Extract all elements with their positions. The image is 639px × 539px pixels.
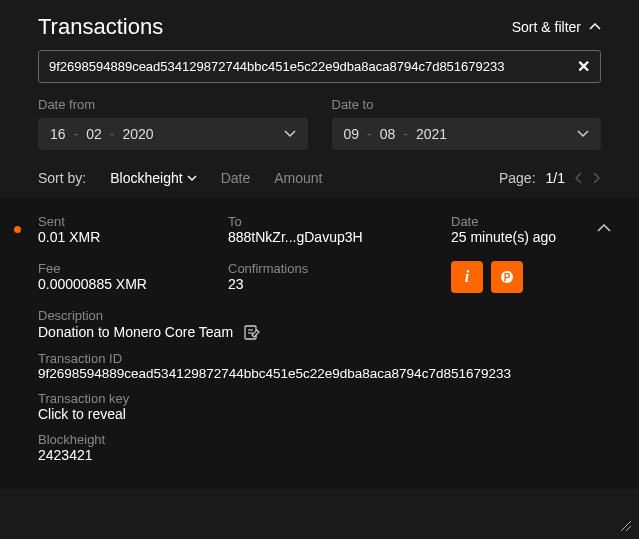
- search-box: ✕: [38, 50, 601, 83]
- proof-icon: P: [499, 269, 515, 285]
- chevron-down-icon: [284, 130, 296, 138]
- date-to-day: 09: [344, 126, 360, 142]
- date-from-label: Date from: [38, 97, 308, 112]
- info-button[interactable]: i: [451, 261, 483, 293]
- date-value: 25 minute(s) ago: [451, 229, 601, 245]
- txkey-reveal[interactable]: Click to reveal: [38, 406, 601, 422]
- to-label: To: [228, 214, 441, 229]
- svg-text:P: P: [504, 272, 511, 283]
- date-from-year: 2020: [123, 126, 154, 142]
- to-value: 888tNkZr...gDavup3H: [228, 229, 441, 245]
- sort-amount[interactable]: Amount: [274, 170, 322, 186]
- edit-description-button[interactable]: [243, 323, 261, 341]
- date-from-month: 02: [86, 126, 102, 142]
- chevron-down-icon: [187, 175, 197, 182]
- description-value: Donation to Monero Core Team: [38, 324, 233, 340]
- page-number: 1/1: [546, 170, 565, 186]
- confirmations-label: Confirmations: [228, 261, 441, 276]
- blockheight-value: 2423421: [38, 447, 601, 463]
- page-title: Transactions: [38, 14, 163, 40]
- status-dot-icon: [14, 226, 21, 233]
- sort-filter-label: Sort & filter: [512, 19, 581, 35]
- chevron-up-icon: [589, 23, 601, 31]
- edit-icon: [243, 323, 261, 341]
- date-to-year: 2021: [416, 126, 447, 142]
- sent-value: 0.01 XMR: [38, 229, 218, 245]
- date-to-month: 08: [380, 126, 396, 142]
- date-to-label: Date to: [332, 97, 602, 112]
- sort-date[interactable]: Date: [221, 170, 251, 186]
- transaction-row: Sent 0.01 XMR To 888tNkZr...gDavup3H Dat…: [0, 198, 639, 489]
- txid-label: Transaction ID: [38, 351, 601, 366]
- fee-value: 0.00000885 XMR: [38, 276, 218, 292]
- date-label: Date: [451, 214, 601, 229]
- sent-label: Sent: [38, 214, 218, 229]
- blockheight-label: Blockheight: [38, 432, 601, 447]
- chevron-down-icon: [577, 130, 589, 138]
- date-from-picker[interactable]: 16 - 02 - 2020: [38, 118, 308, 150]
- resize-handle-icon[interactable]: [619, 519, 633, 533]
- page-label: Page:: [499, 170, 536, 186]
- proof-button[interactable]: P: [491, 261, 523, 293]
- info-icon: i: [465, 268, 469, 286]
- page-next-icon[interactable]: [593, 172, 601, 184]
- collapse-toggle[interactable]: [597, 224, 611, 233]
- description-label: Description: [38, 308, 601, 323]
- page-prev-icon[interactable]: [575, 172, 583, 184]
- sort-blockheight[interactable]: Blockheight: [110, 170, 196, 186]
- search-input[interactable]: [49, 59, 569, 74]
- fee-label: Fee: [38, 261, 218, 276]
- txkey-label: Transaction key: [38, 391, 601, 406]
- confirmations-value: 23: [228, 276, 441, 292]
- sort-by-label: Sort by:: [38, 170, 86, 186]
- txid-value[interactable]: 9f2698594889cead534129872744bbc451e5c22e…: [38, 366, 601, 381]
- sort-filter-toggle[interactable]: Sort & filter: [512, 19, 601, 35]
- date-to-picker[interactable]: 09 - 08 - 2021: [332, 118, 602, 150]
- date-from-day: 16: [50, 126, 66, 142]
- clear-search-icon[interactable]: ✕: [577, 57, 590, 76]
